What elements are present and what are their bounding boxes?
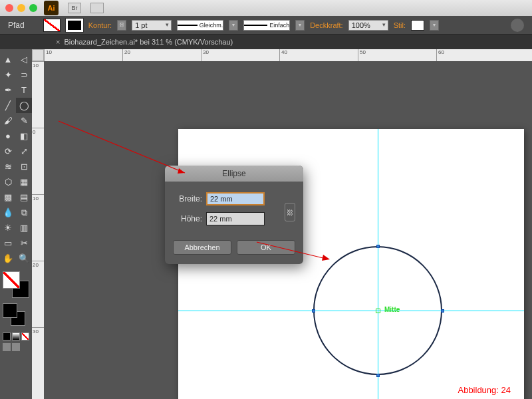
tool-dsel[interactable]: ◁ (16, 52, 32, 67)
screen-mode-row[interactable] (0, 342, 32, 352)
smart-guide-label: Mitte (384, 306, 400, 313)
tool-hand[interactable]: ✋ (0, 251, 16, 266)
fill-swatch[interactable] (43, 19, 61, 32)
constrain-link-icon[interactable]: ⛓ (285, 203, 295, 221)
height-label: Höhe: (173, 214, 202, 223)
anchor-point[interactable] (441, 309, 444, 313)
ruler-origin[interactable] (32, 49, 44, 61)
tool-lasso[interactable]: ⊃ (16, 67, 32, 82)
tool-eyedrop[interactable]: 💧 (0, 205, 16, 220)
stroke-profile-uniform[interactable]: Gleichm. (177, 20, 223, 31)
dialog-title: Ellipse (165, 166, 303, 182)
document-title: Biohazard_Zeichen.ai* bei 311 % (CMYK/Vo… (64, 38, 233, 46)
workspace[interactable]: 102030405060 100102030 Mitte Ellipse Bre… (32, 49, 532, 399)
tool-width[interactable]: ≋ (0, 159, 16, 174)
toolbox: ▲◁✦⊃✒T╱◯🖌✎●◧⟳⤢≋⊡⬡▦▩▤💧⧉☀▥▭✂✋🔍 (0, 49, 32, 399)
tool-wand[interactable]: ✦ (0, 67, 16, 82)
tool-sel[interactable]: ▲ (0, 52, 16, 67)
opacity-dropdown[interactable]: 100% (348, 20, 388, 31)
tool-persp[interactable]: ▦ (16, 174, 32, 190)
color-mode-row[interactable] (0, 331, 32, 342)
tool-brush[interactable]: 🖌 (0, 113, 16, 128)
ok-button[interactable]: OK (237, 240, 295, 255)
style-swatch[interactable] (411, 20, 424, 31)
tool-ellipse[interactable]: ◯ (16, 98, 32, 113)
cancel-button[interactable]: Abbrechen (173, 240, 231, 255)
close-traffic-light[interactable] (5, 4, 13, 12)
ellipse-dialog: Ellipse Breite: Höhe: ⛓ (165, 166, 303, 264)
tool-symbol[interactable]: ☀ (0, 220, 16, 235)
dropdown-arrow-icon[interactable]: ▾ (295, 20, 305, 31)
anchor-point[interactable] (376, 245, 380, 248)
arrange-icon[interactable] (90, 3, 104, 13)
opacity-label: Deckkraft: (310, 21, 343, 29)
anchor-point[interactable] (312, 309, 315, 313)
tool-graph[interactable]: ▥ (16, 220, 32, 235)
stroke-width-dropdown[interactable]: 1 pt (132, 20, 172, 31)
height-input[interactable] (206, 212, 265, 225)
tool-mesh[interactable]: ▩ (0, 190, 16, 205)
tool-pencil[interactable]: ✎ (16, 113, 32, 128)
anchor-point[interactable] (376, 374, 380, 377)
fill-stroke-proxy[interactable] (3, 271, 29, 298)
svg-line-0 (59, 121, 185, 173)
tool-scale[interactable]: ⤢ (16, 144, 32, 159)
document-tab[interactable]: × Biohazard_Zeichen.ai* bei 311 % (CMYK/… (0, 35, 532, 49)
style-label: Stil: (394, 21, 406, 29)
tool-artb[interactable]: ▭ (0, 235, 16, 251)
tool-freetf[interactable]: ⊡ (16, 159, 32, 174)
stroke-link-icon[interactable]: ⛓ (117, 20, 126, 31)
stroke-profile-basic[interactable]: Einfach (243, 20, 290, 31)
dropdown-arrow-icon[interactable]: ▾ (430, 20, 439, 31)
zoom-traffic-light[interactable] (29, 4, 37, 12)
tool-rot[interactable]: ⟳ (0, 144, 16, 159)
control-bar: Pfad Kontur: ⛓ 1 pt Gleichm. ▾ Einfach ▾… (0, 16, 532, 35)
selection-type: Pfad (8, 21, 25, 30)
app-badge: Ai (44, 1, 59, 15)
close-tab-icon[interactable]: × (56, 38, 60, 46)
tool-blend[interactable]: ⧉ (16, 205, 32, 220)
stroke-label: Kontur: (88, 21, 112, 29)
tool-line[interactable]: ╱ (0, 98, 16, 113)
dropdown-arrow-icon[interactable]: ▾ (229, 20, 238, 31)
tool-grad[interactable]: ▤ (16, 190, 32, 205)
width-label: Breite: (173, 194, 202, 203)
tool-shapeb[interactable]: ⬡ (0, 174, 16, 190)
figure-number: Abbildung: 24 (458, 385, 511, 395)
tool-blob[interactable]: ● (0, 128, 16, 144)
window-titlebar: Ai Br (0, 0, 532, 16)
width-input[interactable] (206, 192, 265, 205)
tool-eraser[interactable]: ◧ (16, 128, 32, 144)
tool-slice[interactable]: ✂ (16, 235, 32, 251)
center-point (376, 309, 380, 313)
tool-type[interactable]: T (16, 82, 32, 98)
stroke-swatch[interactable] (66, 19, 83, 32)
fill-stroke-small[interactable] (3, 303, 25, 326)
minimize-traffic-light[interactable] (17, 4, 25, 12)
tool-zoom[interactable]: 🔍 (16, 251, 32, 266)
tool-pen[interactable]: ✒ (0, 82, 16, 98)
ruler-horizontal[interactable]: 102030405060 (44, 49, 532, 61)
help-icon[interactable] (511, 19, 524, 32)
bridge-icon[interactable]: Br (68, 3, 81, 13)
ruler-vertical[interactable]: 100102030 (32, 61, 44, 399)
